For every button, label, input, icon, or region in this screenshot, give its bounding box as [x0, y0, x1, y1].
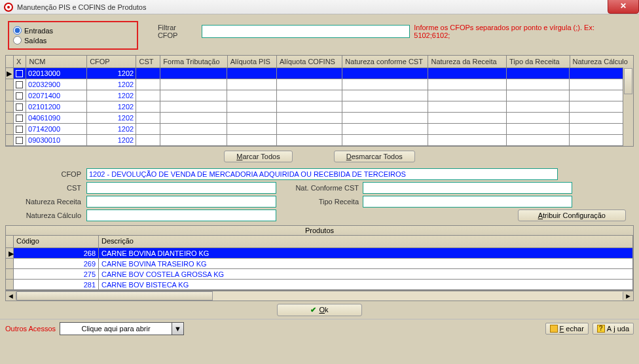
row-checkbox[interactable] — [14, 68, 27, 79]
titlebar: Manutenção PIS e COFINS de Produtos ✕ — [0, 0, 639, 14]
cell-codigo: 269 — [14, 259, 99, 268]
cell-ncm: 02013000 — [26, 68, 87, 79]
produtos-header: Código Descrição — [6, 236, 633, 248]
col-cst[interactable]: CST — [136, 56, 160, 67]
col-aliquota-cofins[interactable]: Alíquota COFINS — [277, 56, 342, 67]
table-row[interactable]: 020714001202 — [6, 90, 633, 101]
radio-saidas[interactable] — [13, 36, 22, 45]
col-natureza-receita[interactable]: Natureza da Receita — [428, 56, 507, 67]
col-natureza-cst[interactable]: Natureza conforme CST — [342, 56, 428, 67]
combo-text: Clique aqui para abrir — [60, 323, 172, 335]
table-row[interactable]: 021012001202 — [6, 101, 633, 113]
radio-saidas-row[interactable]: Saídas — [13, 36, 130, 45]
cfop-input[interactable] — [86, 168, 558, 180]
row-marker — [6, 135, 14, 145]
top-panel: Entradas Saídas Filtrar CFOP Informe os … — [0, 14, 639, 52]
produtos-hscroll[interactable]: ◄ ► — [5, 291, 634, 301]
bottom-bar: Outros Acessos Clique aqui para abrir ▼ … — [0, 319, 639, 338]
row-checkbox[interactable] — [14, 124, 27, 135]
row-checkbox[interactable] — [14, 79, 27, 90]
grid-scrollbar-thumb[interactable] — [624, 68, 632, 94]
cell-ncm: 09030010 — [26, 135, 87, 146]
table-row[interactable]: 040610901202 — [6, 113, 633, 124]
atribuir-config-button[interactable]: Atribuir Configuração — [518, 209, 626, 221]
produtos-body: ▶268CARNE BOVINA DIANTEIRO KG269CARNE BO… — [6, 248, 633, 290]
hscroll-thumb[interactable] — [16, 291, 213, 300]
list-item[interactable]: 269CARNE BOVINA TRASEIRO KG — [6, 259, 633, 269]
cell-ncm: 07142000 — [26, 124, 87, 135]
filter-cfop-input[interactable] — [202, 25, 410, 38]
cell-cfop: 1202 — [87, 113, 136, 124]
natureza-receita-input[interactable] — [86, 196, 276, 208]
outros-acessos-combo[interactable]: Clique aqui para abrir ▼ — [60, 322, 184, 335]
row-marker — [6, 79, 14, 90]
cell-cfop: 1202 — [87, 90, 136, 101]
col-codigo[interactable]: Código — [14, 236, 99, 247]
cell-cfop: 1202 — [87, 79, 136, 90]
radio-entradas-row[interactable]: Entradas — [13, 26, 130, 35]
nat-conforme-cst-input[interactable] — [363, 182, 572, 194]
cell-descricao: CARNE BOV COSTELA GROSSA KG — [99, 269, 633, 279]
marcar-todos-button[interactable]: Marcar Todos — [224, 151, 292, 162]
list-item[interactable]: ▶268CARNE BOVINA DIANTEIRO KG — [6, 248, 633, 259]
radio-entradas[interactable] — [13, 26, 22, 35]
list-item[interactable]: 275CARNE BOV COSTELA GROSSA KG — [6, 269, 633, 280]
col-natureza-calculo[interactable]: Natureza Cálculo — [570, 56, 633, 67]
grid-scrollbar[interactable] — [623, 67, 633, 146]
outros-acessos-label: Outros Acessos — [5, 325, 56, 333]
door-icon — [550, 325, 558, 333]
table-row[interactable]: 090300101202 — [6, 135, 633, 146]
table-row[interactable]: 071420001202 — [6, 124, 633, 135]
row-marker — [6, 113, 14, 123]
natureza-calculo-input[interactable] — [86, 209, 276, 221]
produtos-grid[interactable]: Código Descrição ▶268CARNE BOVINA DIANTE… — [5, 236, 634, 291]
col-aliquota-pis[interactable]: Alíquota PIS — [228, 56, 277, 67]
cell-cfop: 1202 — [87, 68, 136, 79]
check-icon: ✔ — [310, 306, 316, 314]
ok-button[interactable]: ✔Ok — [277, 304, 361, 316]
hscroll-left-icon[interactable]: ◄ — [6, 292, 16, 300]
col-cfop[interactable]: CFOP — [87, 56, 136, 67]
cell-codigo: 281 — [14, 280, 99, 289]
hscroll-right-icon[interactable]: ► — [623, 292, 633, 300]
natureza-receita-label: Natureza Receita — [13, 198, 82, 206]
row-marker — [6, 280, 14, 289]
row-marker — [6, 90, 14, 101]
mid-buttons: Marcar Todos Desmarcar Todos — [0, 147, 639, 166]
cell-descricao: CARNE BOVINA DIANTEIRO KG — [99, 248, 633, 258]
row-marker: ▶ — [6, 68, 14, 79]
cell-ncm: 02071400 — [26, 90, 87, 101]
close-button[interactable]: ✕ — [608, 0, 639, 14]
filter-hint: Informe os CFOPs separados por ponto e v… — [414, 24, 631, 39]
table-row[interactable]: ▶020130001202 — [6, 68, 633, 79]
desmarcar-todos-button[interactable]: Desmarcar Todos — [334, 151, 415, 162]
col-forma-tributacao[interactable]: Forma Tributação — [160, 56, 227, 67]
cell-codigo: 268 — [14, 248, 99, 258]
combo-button[interactable]: ▼ — [172, 323, 183, 335]
row-checkbox[interactable] — [14, 90, 27, 101]
tipo-receita-input[interactable] — [363, 196, 572, 208]
radio-entradas-label: Entradas — [24, 27, 53, 35]
produtos-title: Produtos — [5, 225, 634, 236]
cst-input[interactable] — [86, 182, 276, 194]
fechar-button[interactable]: Fechar — [545, 323, 589, 335]
col-ncm[interactable]: NCM — [26, 56, 87, 67]
row-checkbox[interactable] — [14, 113, 27, 124]
row-checkbox[interactable] — [14, 101, 27, 113]
col-x[interactable]: X — [14, 56, 27, 67]
list-item[interactable]: 281CARNE BOV BISTECA KG — [6, 280, 633, 290]
cfop-label: CFOP — [13, 170, 82, 178]
col-descricao[interactable]: Descrição — [99, 236, 633, 247]
tipo-receita-label: Tipo Receita — [280, 198, 359, 206]
ajuda-button[interactable]: Ajuda — [593, 323, 634, 335]
table-row[interactable]: 020329001202 — [6, 79, 633, 90]
row-checkbox[interactable] — [14, 135, 27, 146]
cell-ncm: 04061090 — [26, 113, 87, 124]
col-tipo-receita[interactable]: Tipo da Receita — [507, 56, 570, 67]
config-form: CFOP CST Nat. Conforme CST Natureza Rece… — [0, 168, 639, 221]
cell-cfop: 1202 — [87, 135, 136, 146]
filter-cfop-row: Filtrar CFOP Informe os CFOPs separados … — [158, 24, 631, 39]
cell-codigo: 275 — [14, 269, 99, 279]
main-grid[interactable]: X NCM CFOP CST Forma Tributação Alíquota… — [5, 55, 634, 147]
row-marker — [6, 269, 14, 279]
